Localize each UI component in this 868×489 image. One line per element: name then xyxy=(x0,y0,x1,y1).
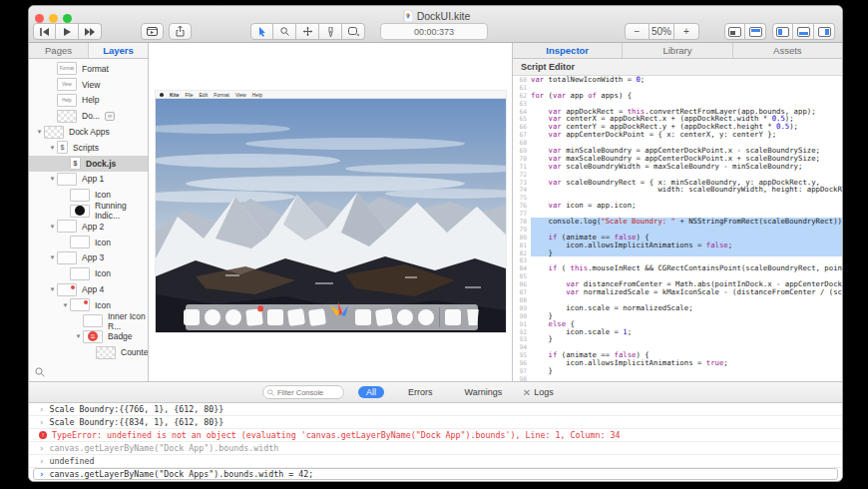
move-tool-button[interactable] xyxy=(296,23,319,40)
line-number: 97 xyxy=(513,367,531,375)
toggle-media-panel-button[interactable] xyxy=(724,23,745,40)
code-line[interactable]: 67 var appCenterDockPoint = { x: centerX… xyxy=(513,131,842,139)
layer-row[interactable]: Inner Icon R... xyxy=(29,313,148,329)
layer-row[interactable]: ViewView xyxy=(29,77,148,93)
disclosure-triangle-icon[interactable]: ▼ xyxy=(61,302,70,308)
code-text: var icon = app.icon; xyxy=(531,202,842,210)
line-number: 96 xyxy=(513,359,531,367)
code-text: var normalizedScale = kMaxIconScale - (d… xyxy=(531,288,842,296)
disclosure-triangle-icon[interactable]: ▼ xyxy=(48,254,57,260)
code-line[interactable]: 82 } xyxy=(513,249,842,257)
zoom-in-button[interactable]: + xyxy=(674,23,699,40)
layer-row[interactable]: Do...∞ xyxy=(29,108,148,124)
layer-row[interactable]: ▼App 1 xyxy=(29,172,148,188)
layer-row[interactable]: Icon xyxy=(29,235,148,250)
tab-assets[interactable]: Assets xyxy=(733,43,842,58)
code-line[interactable]: 81 icon.allowsImplicitAnimations = false… xyxy=(513,242,842,249)
layer-label: Dock Apps xyxy=(69,127,110,137)
layer-row[interactable]: Running Indic... xyxy=(29,203,148,219)
toggle-timeline-strip-button[interactable] xyxy=(745,23,766,40)
filter-warnings[interactable]: Warnings xyxy=(457,386,511,398)
disclosure-triangle-icon[interactable]: ▼ xyxy=(35,129,44,135)
code-text: var totalNewIconWidth = 0; xyxy=(531,76,842,84)
timeline-panel-button[interactable] xyxy=(141,23,164,40)
script-icon: $ xyxy=(74,160,78,167)
pen-tool-button[interactable] xyxy=(319,23,342,40)
library-toggle-group xyxy=(724,23,766,40)
code-line[interactable]: 96 icon.allowsImplicitAnimations = true; xyxy=(513,359,842,367)
share-button[interactable] xyxy=(169,23,192,40)
line-number: 87 xyxy=(513,288,531,296)
layer-row[interactable]: HelpHelp xyxy=(29,93,148,109)
disclosure-triangle-icon[interactable]: ▼ xyxy=(48,145,57,151)
design-canvas[interactable]: KiteFileEditFormatViewHelp xyxy=(149,43,513,381)
console-close-button[interactable]: ✕ xyxy=(520,387,534,398)
layer-row[interactable]: $Dock.js xyxy=(29,156,148,172)
layer-row[interactable]: Icon xyxy=(29,265,148,281)
mountain-wallpaper xyxy=(156,99,506,332)
toggle-right-panel-button[interactable] xyxy=(814,23,835,40)
code-text: console.log("Scale Boundry: " + NSString… xyxy=(531,218,842,226)
script-icon: $ xyxy=(61,144,65,151)
code-line[interactable]: 92 icon.scale = 1; xyxy=(513,328,842,336)
code-line[interactable]: 60var totalNewIconWidth = 0; xyxy=(513,76,842,84)
disclosure-triangle-icon[interactable]: ▼ xyxy=(48,224,57,230)
layer-thumbnail xyxy=(57,283,77,296)
console-filter-field[interactable] xyxy=(262,385,344,399)
tab-pages[interactable]: Pages xyxy=(29,43,89,58)
tab-layers[interactable]: Layers xyxy=(89,43,148,58)
disclosure-triangle-icon[interactable]: ▼ xyxy=(48,176,57,182)
mock-dock[interactable] xyxy=(186,304,478,330)
console-log-row: ›Scale Boundry:{{766, 1}, {612, 80}} xyxy=(29,403,842,416)
code-line[interactable]: 76 var icon = app.icon; xyxy=(513,202,842,210)
layer-row[interactable]: ▼App 3 xyxy=(29,250,148,266)
console-input-row[interactable]: ›canvas.getLayerByName("Dock Apps").boun… xyxy=(33,468,838,480)
cursor-tool-button[interactable] xyxy=(250,23,273,40)
code-line[interactable]: 84 if ( this.mouseInRect && CGRectContai… xyxy=(513,264,842,272)
badge-circle: 11 xyxy=(88,331,98,341)
code-line[interactable]: 78 console.log("Scale Boundry: " + NSStr… xyxy=(513,218,842,226)
zoom-tool-button[interactable] xyxy=(273,23,296,40)
code-line[interactable]: 93 } xyxy=(513,335,842,343)
code-line[interactable]: 74 width: scaleBoundryWidth, height: app… xyxy=(513,186,842,194)
code-line[interactable]: 97 } xyxy=(513,367,842,375)
layer-row[interactable]: ▼App 2 xyxy=(29,219,148,235)
code-line[interactable]: 87 var normalizedScale = kMaxIconScale -… xyxy=(513,288,842,296)
layer-row[interactable]: ▼App 4 xyxy=(29,281,148,297)
prompt-chevron-icon: › xyxy=(39,404,44,414)
tab-inspector[interactable]: Inspector xyxy=(513,43,623,58)
zoom-out-button[interactable]: − xyxy=(625,23,650,40)
sidebar-search-icon[interactable] xyxy=(35,367,45,377)
layer-thumbnail xyxy=(57,251,77,264)
layer-label: Icon xyxy=(95,300,111,310)
console-text: canvas.getLayerByName("Dock Apps").bound… xyxy=(49,469,313,479)
disclosure-triangle-icon[interactable]: ▼ xyxy=(48,286,57,292)
script-editor[interactable]: 60var totalNewIconWidth = 0;61 62for (va… xyxy=(513,76,842,381)
skip-to-start-button[interactable] xyxy=(33,23,56,40)
tab-library[interactable]: Library xyxy=(623,43,732,58)
disclosure-triangle-icon[interactable]: ▼ xyxy=(74,333,83,339)
layer-label: App 1 xyxy=(82,174,104,184)
play-button[interactable] xyxy=(56,23,79,40)
layer-label: App 3 xyxy=(82,252,104,262)
shape-tool-button[interactable] xyxy=(342,23,365,40)
console-filter-input[interactable] xyxy=(277,388,337,397)
layer-row[interactable]: ▼Dock Apps xyxy=(29,124,148,140)
sidebar-tabs: Pages Layers xyxy=(29,43,148,59)
layer-row[interactable]: Counter xyxy=(29,344,148,359)
fast-forward-button[interactable] xyxy=(79,23,102,40)
toggle-left-panel-button[interactable] xyxy=(772,23,793,40)
filter-all[interactable]: All xyxy=(358,386,384,398)
layer-row[interactable]: ▼11Badge xyxy=(29,329,148,345)
code-line[interactable]: 71 var scaleBoundryWidth = maxScaleBound… xyxy=(513,163,842,171)
layer-row[interactable]: ▼$Scripts xyxy=(29,140,148,156)
toggle-bottom-panel-button[interactable] xyxy=(793,23,814,40)
layer-row[interactable]: FormatFormat xyxy=(29,61,148,77)
code-line[interactable]: 89 icon.scale = normalizedScale; xyxy=(513,304,842,312)
loop-badge: ∞ xyxy=(105,112,115,121)
dock-badge-dot xyxy=(257,305,264,312)
filter-errors[interactable]: Errors xyxy=(400,386,441,398)
layer-label: Do... xyxy=(82,111,100,121)
code-line[interactable]: 62for (var app of apps) { xyxy=(513,92,842,100)
dock-ui-artboard[interactable]: KiteFileEditFormatViewHelp xyxy=(156,91,506,332)
